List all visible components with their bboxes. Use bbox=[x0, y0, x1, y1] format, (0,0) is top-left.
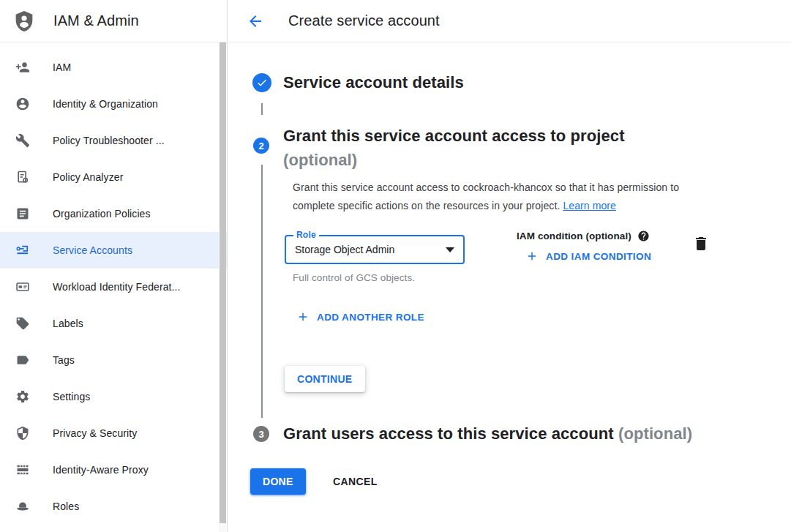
delete-role-trash-icon[interactable] bbox=[691, 234, 711, 253]
step1-title: Service account details bbox=[283, 73, 464, 92]
step3-optional-label: (optional) bbox=[618, 424, 692, 443]
iam-shield-logo-icon bbox=[12, 7, 36, 35]
sidebar-item-workload-identity-federation[interactable]: Workload Identity Federat... bbox=[0, 269, 227, 305]
sidebar-item-policy-troubleshooter[interactable]: Policy Troubleshooter ... bbox=[0, 122, 227, 159]
roles-hat-icon bbox=[15, 499, 30, 514]
account-circle-icon bbox=[15, 97, 30, 111]
sidebar-item-label: Policy Analyzer bbox=[53, 171, 123, 183]
sidebar-item-tags[interactable]: Tags bbox=[0, 342, 227, 378]
service-account-key-icon bbox=[15, 243, 30, 258]
document-icon bbox=[15, 206, 30, 221]
id-card-icon bbox=[15, 280, 30, 294]
gear-icon bbox=[15, 389, 30, 404]
product-title: IAM & Admin bbox=[53, 12, 139, 29]
sidebar-item-labels[interactable]: Labels bbox=[0, 305, 227, 342]
role-selected-value: Storage Object Admin bbox=[295, 244, 440, 255]
sidebar-item-organization-policies[interactable]: Organization Policies bbox=[0, 195, 227, 232]
cancel-button[interactable]: CANCEL bbox=[323, 468, 388, 495]
add-iam-condition-button[interactable]: ADD IAM CONDITION bbox=[525, 250, 651, 263]
sidebar-item-identity-aware-proxy[interactable]: Identity-Aware Proxy bbox=[0, 452, 227, 488]
product-header: IAM & Admin bbox=[0, 0, 228, 42]
step3-title-text: Grant users access to this service accou… bbox=[283, 424, 618, 443]
step1-complete-check-icon bbox=[252, 73, 271, 92]
role-field-label: Role bbox=[293, 230, 319, 240]
help-icon[interactable] bbox=[637, 230, 650, 242]
plus-icon bbox=[296, 310, 310, 323]
step2-description-text: Grant this service account access to coc… bbox=[293, 181, 679, 211]
sidebar-item-iam[interactable]: IAM bbox=[0, 49, 227, 86]
sidebar-item-policy-analyzer[interactable]: Policy Analyzer bbox=[0, 159, 227, 195]
continue-button[interactable]: CONTINUE bbox=[285, 366, 365, 392]
page-header: Create service account bbox=[228, 0, 791, 42]
tag-arrow-icon bbox=[15, 353, 30, 367]
step3-number: 3 bbox=[258, 429, 263, 440]
step-connector-line bbox=[261, 103, 263, 115]
person-add-icon bbox=[15, 60, 30, 75]
step2-number: 2 bbox=[258, 141, 263, 151]
proxy-grid-icon bbox=[15, 462, 30, 477]
sidebar-scrollbar[interactable] bbox=[219, 42, 226, 532]
sidebar-item-identity-organization[interactable]: Identity & Organization bbox=[0, 86, 227, 122]
top-header: IAM & Admin Create service account bbox=[0, 0, 791, 42]
page-title: Create service account bbox=[288, 12, 440, 29]
step2-optional-label: (optional) bbox=[283, 151, 357, 169]
step3-title: Grant users access to this service accou… bbox=[283, 424, 692, 443]
sidebar-item-label: Identity & Organization bbox=[53, 98, 158, 110]
add-another-role-button[interactable]: ADD ANOTHER ROLE bbox=[296, 310, 424, 323]
role-select[interactable]: Role Storage Object Admin bbox=[285, 235, 465, 264]
step2-title-text: Grant this service account access to pro… bbox=[283, 127, 625, 145]
sidebar-item-label: Workload Identity Federat... bbox=[53, 281, 181, 293]
policy-analyzer-icon bbox=[15, 170, 30, 184]
done-button[interactable]: DONE bbox=[250, 468, 306, 495]
step2-number-badge: 2 bbox=[253, 138, 269, 154]
sidebar-item-privacy-security[interactable]: Privacy & Security bbox=[0, 415, 227, 452]
sidebar-item-settings[interactable]: Settings bbox=[0, 378, 227, 415]
sidebar-item-label: Tags bbox=[53, 354, 75, 366]
sidebar-item-label: Roles bbox=[53, 501, 79, 512]
sidebar-item-label: Privacy & Security bbox=[53, 427, 137, 439]
sidebar-item-label: Service Accounts bbox=[53, 244, 132, 256]
add-iam-condition-label: ADD IAM CONDITION bbox=[546, 251, 651, 262]
label-tag-icon bbox=[15, 316, 30, 331]
learn-more-link[interactable]: Learn more bbox=[563, 200, 616, 211]
sidebar-scrollbar-thumb[interactable] bbox=[220, 42, 226, 523]
sidebar-item-service-accounts[interactable]: Service Accounts bbox=[0, 232, 227, 269]
sidebar-item-label: Identity-Aware Proxy bbox=[53, 464, 149, 476]
sidebar-item-label: Policy Troubleshooter ... bbox=[53, 135, 165, 146]
back-arrow-icon[interactable] bbox=[247, 12, 264, 30]
role-helper-text: Full control of GCS objects. bbox=[293, 272, 415, 283]
add-another-role-label: ADD ANOTHER ROLE bbox=[317, 312, 424, 323]
sidebar-item-roles[interactable]: Roles bbox=[0, 488, 227, 525]
step2-description: Grant this service account access to coc… bbox=[293, 179, 720, 215]
iam-admin-console: IAM & Admin Create service account IAM I… bbox=[0, 0, 791, 532]
step3-number-badge: 3 bbox=[253, 426, 269, 442]
step-connector-line bbox=[261, 165, 263, 418]
iam-condition-header: IAM condition (optional) bbox=[517, 230, 650, 242]
sidebar-item-label: Organization Policies bbox=[53, 208, 151, 220]
wrench-icon bbox=[15, 133, 30, 148]
sidebar-item-label: Settings bbox=[53, 391, 90, 402]
create-service-account-form: Service account details 2 Grant this ser… bbox=[228, 42, 791, 532]
sidebar-item-label: Labels bbox=[53, 318, 83, 329]
plus-icon bbox=[525, 250, 539, 263]
sidebar-item-label: IAM bbox=[53, 61, 71, 73]
sidebar-nav: IAM Identity & Organization Policy Troub… bbox=[0, 42, 228, 532]
step2-title: Grant this service account access to pro… bbox=[283, 124, 751, 172]
dropdown-arrow-icon bbox=[446, 247, 454, 252]
iam-condition-label: IAM condition (optional) bbox=[517, 231, 631, 241]
shield-half-icon bbox=[15, 426, 30, 441]
